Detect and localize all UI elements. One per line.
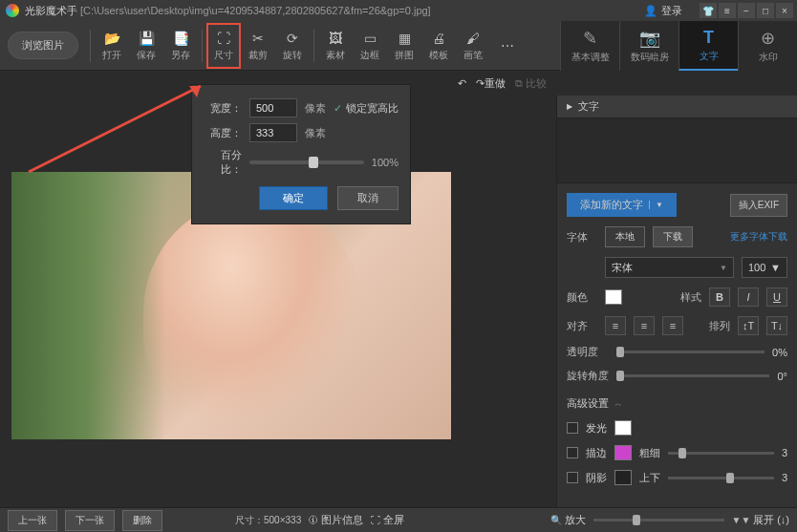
panel-header[interactable]: ▶文字	[557, 96, 797, 118]
rotate-slider[interactable]	[616, 374, 769, 377]
text-preview	[557, 118, 797, 183]
opacity-value: 0%	[772, 347, 787, 358]
tool-rotate[interactable]: ⟳旋转	[275, 23, 310, 69]
open-icon: 📂	[103, 30, 120, 47]
font-label: 字体	[567, 230, 597, 245]
italic-button[interactable]: I	[738, 287, 759, 307]
tool-save[interactable]: 💾保存	[129, 23, 163, 69]
stroke-width-label: 粗细	[639, 446, 660, 460]
prev-button[interactable]: 上一张	[8, 510, 57, 531]
bold-button[interactable]: B	[709, 287, 730, 307]
tab-darkroom[interactable]: 📷数码暗房	[619, 21, 679, 71]
stroke-label: 描边	[586, 446, 607, 460]
underline-button[interactable]: U	[766, 287, 787, 307]
font-local-tab[interactable]: 本地	[605, 226, 645, 247]
lock-ratio[interactable]: ✓锁定宽高比	[334, 101, 398, 116]
rotate-value: 0°	[777, 371, 787, 382]
stroke-color[interactable]	[614, 445, 632, 460]
cancel-button[interactable]: 取消	[337, 186, 398, 210]
percent-slider[interactable]	[249, 160, 364, 164]
minimize-icon[interactable]: −	[738, 3, 755, 18]
shadow-slider[interactable]	[668, 477, 774, 479]
user-icon: 👤	[644, 5, 657, 17]
tool-more[interactable]: ⋯	[490, 23, 525, 69]
more-fonts-link[interactable]: 更多字体下载	[730, 230, 787, 244]
collapse-icon: ▶	[567, 102, 572, 111]
color-swatch[interactable]	[605, 289, 622, 305]
tool-brush[interactable]: 🖌画笔	[456, 23, 490, 69]
chevron-down-icon: ▼	[649, 201, 663, 209]
advanced-section[interactable]: 高级设置︿	[567, 396, 787, 411]
percent-value: 100%	[372, 157, 398, 168]
insert-exif-button[interactable]: 插入EXIF	[730, 194, 787, 217]
tool-saveas[interactable]: 📑另存	[163, 23, 198, 69]
fontsize-select[interactable]: 100▼	[742, 257, 787, 278]
save-icon: 💾	[138, 30, 155, 47]
tool-border[interactable]: ▭边框	[353, 23, 387, 69]
zoom-button[interactable]: 🔍 放大	[550, 513, 586, 527]
height-label: 高度：	[204, 126, 242, 140]
ok-button[interactable]: 确定	[259, 186, 328, 210]
next-button[interactable]: 下一张	[65, 510, 115, 531]
shadow-value: 3	[782, 472, 787, 483]
glow-checkbox[interactable]	[567, 422, 578, 434]
shadow-ud-label: 上下	[639, 471, 660, 485]
shadow-color[interactable]	[614, 470, 632, 485]
skin-icon[interactable]: 👕	[700, 3, 717, 18]
more-icon: ⋯	[499, 37, 516, 54]
close-icon[interactable]: ×	[776, 3, 793, 18]
font-select[interactable]: 宋体▼	[605, 257, 734, 278]
tab-text[interactable]: T文字	[679, 21, 738, 71]
compare-icon[interactable]: ⧉ 比较	[515, 76, 547, 91]
shadow-checkbox[interactable]	[567, 472, 578, 483]
border-icon: ▭	[361, 30, 378, 47]
width-input[interactable]	[249, 98, 297, 117]
delete-button[interactable]: 删除	[122, 510, 162, 531]
size-icon: ⛶	[215, 30, 232, 47]
tool-collage[interactable]: ▦拼图	[387, 23, 421, 69]
redo-button[interactable]: ↷重做	[476, 76, 506, 91]
glow-color[interactable]	[614, 420, 632, 436]
align-center-button[interactable]: ≡	[634, 316, 655, 335]
stroke-checkbox[interactable]	[567, 447, 578, 458]
browse-button[interactable]: 浏览图片	[8, 32, 78, 59]
maximize-icon[interactable]: □	[757, 3, 774, 18]
height-unit: 像素	[305, 126, 326, 140]
info-button[interactable]: 🛈 图片信息	[309, 513, 363, 527]
brush-icon: 🖌	[464, 30, 482, 47]
style-label: 样式	[680, 290, 701, 305]
app-logo-icon	[6, 4, 19, 17]
glow-label: 发光	[586, 421, 607, 436]
right-tabs: ✎基本调整 📷数码暗房 T文字 ⊕水印	[560, 21, 797, 71]
stroke-slider[interactable]	[668, 452, 774, 455]
material-icon: 🖼	[327, 30, 344, 47]
collage-icon: ▦	[396, 30, 413, 47]
height-input[interactable]	[249, 123, 297, 142]
zoom-slider[interactable]	[593, 519, 724, 521]
tool-template[interactable]: 🖨模板	[421, 23, 456, 69]
font-download-tab[interactable]: 下载	[653, 226, 693, 247]
tab-watermark[interactable]: ⊕水印	[738, 21, 797, 71]
tool-size[interactable]: ⛶尺寸	[206, 23, 241, 69]
tool-open[interactable]: 📂打开	[95, 23, 129, 69]
tool-material[interactable]: 🖼素材	[318, 23, 353, 69]
undo-icon[interactable]: ↶	[458, 77, 466, 90]
opacity-slider[interactable]	[616, 351, 765, 353]
color-label: 颜色	[567, 290, 597, 305]
expand-button[interactable]: ▼▼ 展开 (↓)	[732, 513, 789, 527]
fullscreen-button[interactable]: ⛶ 全屏	[371, 513, 404, 527]
arrange-h-button[interactable]: ↕T	[738, 316, 759, 335]
titlebar: 光影魔术手 [C:\Users\user\Desktop\img\u=42095…	[0, 0, 797, 21]
menu-icon[interactable]: ≡	[719, 3, 736, 18]
svg-line-0	[29, 86, 201, 172]
align-right-button[interactable]: ≡	[662, 316, 683, 335]
darkroom-icon: 📷	[639, 28, 660, 49]
tool-crop[interactable]: ✂裁剪	[241, 23, 275, 69]
size-panel: 宽度： 像素 ✓锁定宽高比 高度： 像素 百分比： 100% 确定 取消	[191, 84, 411, 224]
tab-basic[interactable]: ✎基本调整	[560, 21, 619, 71]
add-text-button[interactable]: 添加新的文字▼	[567, 193, 677, 217]
align-left-button[interactable]: ≡	[605, 316, 626, 335]
rotate-label: 旋转角度	[567, 369, 609, 383]
login-area[interactable]: 👤 登录	[644, 4, 682, 18]
arrange-v-button[interactable]: T↓	[766, 316, 787, 335]
